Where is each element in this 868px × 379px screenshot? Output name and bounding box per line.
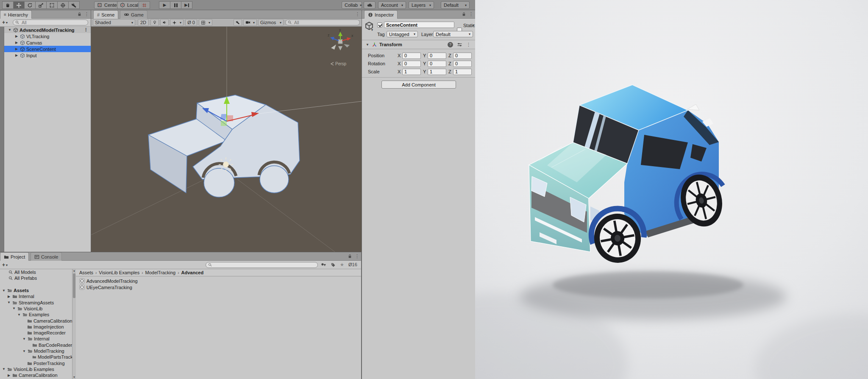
lock-icon[interactable]	[348, 254, 352, 259]
tree-item[interactable]: ModelPartsTracking	[0, 354, 72, 360]
collab-button[interactable]: Collab▾	[342, 1, 362, 9]
expand-icon[interactable]: ▼	[22, 349, 26, 353]
layer-dropdown[interactable]: Default ▾	[433, 31, 473, 37]
tree-item[interactable]: PosterTracking	[0, 360, 72, 366]
expand-icon[interactable]: ▼	[8, 28, 12, 32]
hidden-objects-button[interactable]: Ø 0	[185, 19, 197, 26]
layers-dropdown[interactable]: Layers▾	[409, 1, 434, 9]
tree-item[interactable]: ▼ Examples	[0, 312, 72, 318]
asset-file-row[interactable]: UEyeCameraTracking	[76, 284, 361, 290]
breadcrumb-item[interactable]: Assets	[79, 270, 93, 275]
position-y-field[interactable]: 0	[428, 53, 446, 59]
breadcrumb-item-current[interactable]: Advanced	[181, 270, 204, 275]
tag-dropdown[interactable]: Untagged ▾	[387, 31, 418, 37]
hand-tool-button[interactable]	[2, 1, 14, 9]
help-icon[interactable]: ?	[448, 42, 453, 47]
create-object-button[interactable]: + ▾	[2, 20, 8, 25]
tab-project[interactable]: Project	[0, 252, 29, 261]
account-dropdown[interactable]: Account▾	[378, 1, 406, 9]
grid-visibility-dropdown[interactable]: ▾	[199, 19, 212, 26]
cloud-button[interactable]	[364, 1, 376, 9]
expand-icon[interactable]: ▼	[365, 43, 370, 47]
tree-item[interactable]: ▼ ModelTracking	[0, 348, 72, 354]
tree-item[interactable]: ▶ Internal	[0, 293, 72, 299]
position-x-field[interactable]: 0	[402, 53, 421, 59]
scroll-down-icon[interactable]: ▼	[72, 376, 76, 379]
scale-z-field[interactable]: 1	[453, 69, 472, 75]
hierarchy-item-selected[interactable]: ▶ SceneContent	[4, 46, 91, 52]
scene-search-input[interactable]	[293, 20, 357, 25]
panel-menu-icon[interactable]: ⋮	[355, 11, 360, 17]
panel-menu-icon[interactable]: ⋮	[84, 11, 89, 17]
scene-lighting-button[interactable]	[150, 19, 159, 26]
expand-icon[interactable]: ▼	[7, 301, 11, 304]
tab-scene[interactable]: # Scene	[93, 10, 118, 19]
object-name-field[interactable]: SceneContent	[384, 22, 454, 28]
hierarchy-item[interactable]: ▶ Input	[4, 52, 91, 59]
project-tree-scrollbar[interactable]: ▼ ▼	[72, 269, 76, 379]
scene-audio-button[interactable]	[160, 19, 169, 26]
scene-3d-viewport[interactable]: y x z Persp	[91, 27, 362, 252]
asset-file-row[interactable]: AdvancedModelTracking	[76, 278, 361, 284]
position-z-field[interactable]: 0	[453, 53, 472, 59]
step-button[interactable]: ▶	[181, 1, 192, 9]
transform-component-header[interactable]: ▼ Transform ? ⋮	[362, 40, 475, 49]
gizmos-dropdown[interactable]: Gizmos ▾	[258, 19, 284, 26]
tree-item[interactable]: ▼ Internal	[0, 336, 72, 342]
expand-icon[interactable]: ▼	[22, 337, 26, 341]
presets-icon[interactable]	[457, 42, 462, 47]
hierarchy-search-input[interactable]	[21, 20, 86, 25]
tree-item[interactable]: ▼ VisionLib	[0, 306, 72, 312]
tree-item[interactable]: CameraCalibration	[0, 318, 72, 323]
favorites-icon[interactable]: ★	[340, 262, 344, 268]
icon-picker-chevron[interactable]: ▾	[371, 28, 373, 32]
create-asset-button[interactable]: + ▾	[2, 262, 8, 268]
pause-button[interactable]	[170, 1, 181, 9]
rotation-mode-button[interactable]: Local	[117, 1, 141, 9]
tab-console[interactable]: Console	[31, 252, 62, 261]
grid-snap-button[interactable]	[139, 1, 150, 9]
static-chevron[interactable]: ▾	[473, 23, 474, 27]
tree-item[interactable]: ▶ CameraCalibration	[0, 372, 72, 378]
transform-tool-button[interactable]	[57, 1, 69, 9]
scale-tool-button[interactable]	[35, 1, 47, 9]
collapse-icon[interactable]: ▶	[14, 47, 19, 51]
panel-menu-icon[interactable]: ⋮	[469, 11, 473, 17]
expand-icon[interactable]: ▼	[2, 289, 6, 293]
scale-x-field[interactable]: 1	[402, 69, 421, 75]
scrollbar-thumb[interactable]	[73, 273, 75, 298]
rotation-x-field[interactable]: 0	[402, 61, 421, 67]
tree-item[interactable]: ▼ StreamingAssets	[0, 299, 72, 305]
rect-tool-button[interactable]	[46, 1, 58, 9]
project-search-input[interactable]	[214, 262, 315, 268]
expand-icon[interactable]: ▼	[17, 313, 21, 317]
tree-item-assets[interactable]: ▼ Assets	[0, 287, 72, 293]
expand-icon[interactable]: ▼	[2, 367, 6, 371]
2d-toggle-button[interactable]: 2D	[138, 19, 149, 26]
breadcrumb-item[interactable]: VisionLib Examples	[99, 270, 139, 275]
scroll-up-icon[interactable]: ▼	[72, 270, 76, 273]
hierarchy-item-scene[interactable]: ▼ AdvancedModelTracking ⋮	[4, 27, 91, 33]
tab-hierarchy[interactable]: ≡ Hierarchy	[0, 10, 32, 19]
tree-item[interactable]: BarCodeReader	[0, 342, 72, 348]
active-checkbox[interactable]	[377, 22, 382, 28]
collapse-icon[interactable]: ▶	[14, 41, 19, 45]
tree-item[interactable]: ImageInjection	[0, 324, 72, 330]
expand-icon[interactable]: ▼	[12, 307, 16, 310]
component-menu-icon[interactable]: ⋮	[466, 42, 471, 47]
collapse-icon[interactable]: ▶	[14, 53, 19, 57]
search-by-label-icon[interactable]	[331, 262, 336, 268]
scene-menu-icon[interactable]: ⋮	[83, 27, 88, 33]
lock-icon[interactable]	[77, 12, 82, 17]
rotate-tool-button[interactable]	[24, 1, 36, 9]
add-component-button[interactable]: Add Component	[381, 81, 456, 89]
project-search[interactable]	[206, 262, 318, 268]
favorite-all-prefabs[interactable]: All Prefabs	[0, 275, 72, 281]
scene-camera-dropdown[interactable]: ▾	[243, 19, 257, 26]
tab-inspector[interactable]: Inspector	[364, 10, 398, 19]
search-by-type-icon[interactable]	[321, 262, 326, 268]
collapse-icon[interactable]: ▶	[14, 34, 19, 38]
scene-search[interactable]	[285, 20, 360, 25]
scene-tools-button[interactable]	[234, 19, 242, 26]
gizmo-plane-handle[interactable]	[221, 121, 227, 126]
